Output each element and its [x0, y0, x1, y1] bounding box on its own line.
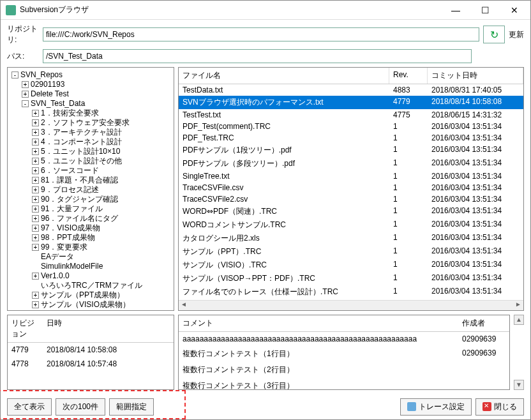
path-input[interactable] — [43, 49, 472, 63]
tree-toggle-icon[interactable]: + — [32, 139, 39, 146]
comment-row[interactable]: 複数行コメントテスト（1行目）02909639 — [179, 346, 509, 362]
tree-toggle-icon[interactable]: + — [32, 196, 39, 203]
tree-node[interactable]: +91．大量ファイル — [32, 204, 171, 214]
tree-toggle-icon[interactable]: + — [32, 186, 39, 193]
file-row[interactable]: SVNブラウザ選択時のパフォーマンス.txt47792018/08/14 10:… — [179, 96, 523, 109]
file-row[interactable]: SingleTree.txt12016/03/04 13:51:34 — [179, 170, 523, 182]
tree-node[interactable]: いろいろTRC／TRMファイル — [32, 281, 171, 290]
col-header-rev[interactable]: Rev. — [389, 68, 428, 84]
horizontal-scrollbar[interactable]: ◄► — [179, 300, 523, 310]
maximize-button[interactable]: ☐ — [470, 1, 500, 20]
tree-toggle-icon[interactable]: + — [32, 234, 39, 241]
tree-node[interactable]: +Ver1.0.0 — [32, 271, 171, 281]
col-header-date[interactable]: コミット日時 — [428, 68, 523, 84]
file-row[interactable]: PDFサンプル（1段ツリー）.pdf12016/03/04 13:51:34 — [179, 144, 523, 157]
file-row[interactable]: TraceCSVFile.csv12016/03/04 13:51:34 — [179, 182, 523, 193]
file-row[interactable]: PDFサンプル（多段ツリー）.pdf12016/03/04 13:51:34 — [179, 157, 523, 170]
scroll-down-icon[interactable]: ▼ — [514, 380, 524, 390]
tree-toggle-icon[interactable]: + — [32, 273, 39, 280]
repository-input[interactable] — [43, 27, 479, 41]
tree-node[interactable]: +96．ファイル名にタグ — [32, 214, 171, 223]
tree-toggle-icon[interactable]: + — [32, 301, 39, 308]
tree-node[interactable]: +2．ソフトウェア安全要求 — [32, 118, 171, 128]
tree-node[interactable]: +4．コンポーネント設計 — [32, 137, 171, 147]
tree-node-label: Delete Test — [31, 89, 69, 98]
tree-toggle-icon[interactable]: + — [22, 81, 29, 88]
minimize-button[interactable]: — — [441, 1, 470, 20]
tree-node[interactable]: +99．変更要求 — [32, 243, 171, 252]
tree-toggle-icon[interactable]: + — [32, 292, 39, 299]
tree-toggle-icon[interactable]: + — [22, 91, 29, 98]
file-row[interactable]: サンプル（VISIO）.TRC12016/03/04 13:51:34 — [179, 259, 523, 272]
next-100-button[interactable]: 次の100件 — [56, 398, 105, 416]
comment-list[interactable]: コメント 作成者 aaaaaaaaaaaaaaaaaaaaaaaaaaaaaaa… — [178, 315, 510, 390]
tree-toggle-icon[interactable]: + — [32, 206, 39, 213]
tree-node[interactable]: +90．タグジャンプ確認 — [32, 195, 171, 204]
tree-toggle-icon[interactable]: - — [22, 100, 29, 107]
file-row[interactable]: PDF_Test.TRC12016/03/04 13:51:34 — [179, 132, 523, 144]
tree-toggle-icon[interactable]: + — [32, 129, 39, 136]
comment-row[interactable]: 複数行コメントテスト（3行目） — [179, 378, 509, 389]
tree-node[interactable]: +6．ソースコード — [32, 166, 171, 176]
file-row[interactable]: TestData.txt48832018/08/31 17:40:05 — [179, 84, 523, 96]
file-list[interactable]: ファイル名 Rev. コミット日時 TestData.txt48832018/0… — [178, 67, 524, 311]
tree-toggle-icon[interactable]: + — [32, 110, 39, 117]
file-row[interactable]: サンプル（VISOP→PPT：PDF）.TRC12016/03/04 13:51… — [179, 272, 523, 285]
tree-node[interactable]: +サンプル（PPT成果物） — [32, 290, 171, 300]
trace-settings-button[interactable]: トレース設定 — [400, 398, 472, 416]
tree-node[interactable]: EAデータ — [32, 252, 171, 262]
file-row[interactable]: PDF_Test(comment).TRC12016/03/04 13:51:3… — [179, 121, 523, 132]
close-window-button[interactable]: ✕ — [500, 1, 529, 20]
file-cell-rev: 1 — [389, 121, 428, 132]
tree-node[interactable]: +1．技術安全要求 — [32, 109, 171, 118]
tree-toggle-icon[interactable]: + — [32, 215, 39, 222]
tree-toggle-icon[interactable]: + — [32, 225, 39, 232]
tree-node[interactable]: -SVN_Test_Data+1．技術安全要求+2．ソフトウェア安全要求+3．ア… — [22, 99, 171, 310]
col-header-datetime[interactable]: 日時 — [43, 315, 174, 342]
tree-toggle-icon[interactable]: - — [11, 71, 19, 79]
tree-toggle-icon[interactable]: + — [32, 148, 39, 155]
repository-tree[interactable]: -SVN_Repos+02901193+Delete Test-SVN_Test… — [7, 67, 174, 311]
revision-row[interactable]: 47792018/08/14 10:58:08 — [8, 343, 174, 357]
file-cell-rev: 1 — [389, 182, 428, 193]
file-row[interactable]: WORDコメントサンプル.TRC12016/03/04 13:51:34 — [179, 218, 523, 232]
col-header-filename[interactable]: ファイル名 — [179, 68, 389, 84]
tree-toggle-icon[interactable]: + — [32, 177, 39, 184]
file-row[interactable]: サンプル（PPT）.TRC12016/03/04 13:51:34 — [179, 245, 523, 259]
tree-toggle-icon[interactable]: + — [32, 119, 39, 126]
comment-row[interactable]: 複数行コメントテスト（2行目） — [179, 362, 509, 378]
col-header-comment[interactable]: コメント — [179, 315, 458, 331]
scroll-up-icon[interactable]: ▲ — [514, 315, 524, 325]
tree-node[interactable]: SimulinkModelFile — [32, 262, 171, 271]
tree-node-label: 91．大量ファイル — [41, 204, 103, 213]
close-button[interactable]: 閉じる — [475, 398, 524, 416]
file-row[interactable]: TestTest.txt47752018/06/15 14:31:32 — [179, 109, 523, 121]
tree-node[interactable]: +81．課題・不具合確認 — [32, 176, 171, 185]
tree-toggle-icon[interactable]: + — [32, 158, 39, 165]
comment-row[interactable]: aaaaaaaaaaaaaaaaaaaaaaaaaaaaaaaaaaaaaaaa… — [179, 332, 509, 346]
range-button[interactable]: 範囲指定 — [109, 398, 154, 416]
tree-toggle-icon[interactable]: + — [32, 167, 39, 174]
col-header-revision[interactable]: リビジョン — [8, 315, 43, 342]
revision-list[interactable]: リビジョン 日時 47792018/08/14 10:58:0847782018… — [7, 315, 174, 390]
tree-node[interactable]: +Delete Test — [22, 89, 171, 99]
col-header-author[interactable]: 作成者 — [458, 315, 509, 331]
tree-node[interactable]: +97．VISIO成果物 — [32, 223, 171, 233]
tree-node[interactable]: +5．ユニット設計その他 — [32, 156, 171, 166]
tree-node[interactable]: +5．ユニット設計10×10 — [32, 147, 171, 156]
tree-root[interactable]: -SVN_Repos+02901193+Delete Test-SVN_Test… — [11, 70, 171, 310]
show-all-button[interactable]: 全て表示 — [7, 398, 52, 416]
tree-node[interactable]: +9．プロセス記述 — [32, 185, 171, 195]
refresh-button[interactable]: ↻ — [483, 26, 505, 43]
revision-row[interactable]: 47782018/08/14 10:57:48 — [8, 357, 174, 371]
file-row[interactable]: TraceCSVFile2.csv12016/03/04 13:51:34 — [179, 193, 523, 205]
file-cell-date: 2016/03/04 13:51:34 — [428, 193, 523, 205]
tree-toggle-icon[interactable]: + — [32, 244, 39, 251]
tree-node[interactable]: +02901193 — [22, 80, 171, 89]
file-row[interactable]: ファイル名でのトレース（仕様ー設計）.TRC12016/03/04 13:51:… — [179, 285, 523, 299]
tree-node[interactable]: +98．PPT成果物 — [32, 233, 171, 243]
file-row[interactable]: カタログシール用2.xls12016/03/04 13:51:34 — [179, 232, 523, 245]
tree-node[interactable]: +サンプル（VISIO成果物） — [32, 300, 171, 310]
tree-node[interactable]: +3．アーキテクチャ設計 — [32, 128, 171, 137]
file-row[interactable]: WORD⇔PDF（関連）.TRC12016/03/04 13:51:34 — [179, 205, 523, 218]
